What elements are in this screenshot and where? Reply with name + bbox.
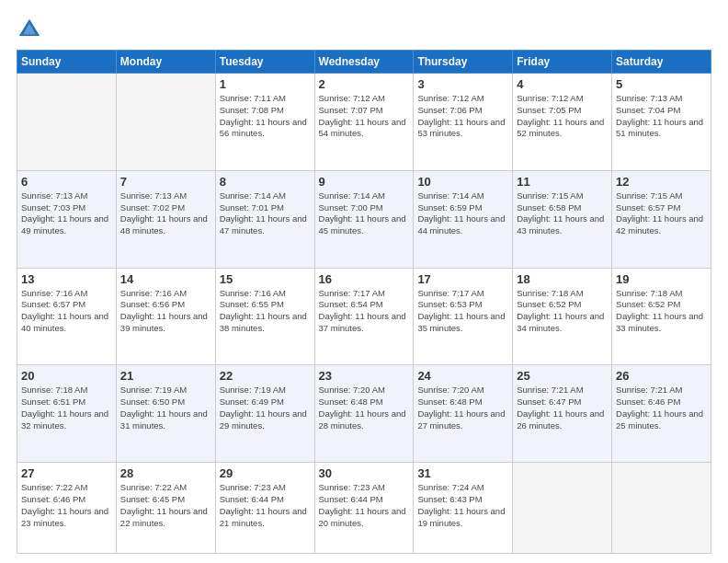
cell-info: Sunrise: 7:15 AMSunset: 6:57 PMDaylight:… <box>616 190 707 237</box>
day-number: 25 <box>517 369 608 383</box>
calendar-cell: 23Sunrise: 7:20 AMSunset: 6:48 PMDayligh… <box>314 365 414 463</box>
calendar-cell <box>513 463 612 554</box>
calendar-cell: 10Sunrise: 7:14 AMSunset: 6:59 PMDayligh… <box>414 170 513 268</box>
calendar-week-row: 27Sunrise: 7:22 AMSunset: 6:46 PMDayligh… <box>17 463 711 554</box>
cell-info: Sunrise: 7:21 AMSunset: 6:46 PMDaylight:… <box>616 385 707 431</box>
cell-info: Sunrise: 7:12 AMSunset: 7:05 PMDaylight:… <box>517 93 608 140</box>
calendar-cell: 6Sunrise: 7:13 AMSunset: 7:03 PMDaylight… <box>17 170 117 268</box>
calendar-day-header: Sunday <box>17 51 117 74</box>
cell-info: Sunrise: 7:20 AMSunset: 6:48 PMDaylight:… <box>417 385 508 431</box>
calendar-cell: 21Sunrise: 7:19 AMSunset: 6:50 PMDayligh… <box>116 365 215 463</box>
cell-info: Sunrise: 7:13 AMSunset: 7:03 PMDaylight:… <box>21 190 112 237</box>
cell-info: Sunrise: 7:22 AMSunset: 6:45 PMDaylight:… <box>120 482 211 529</box>
calendar-cell: 13Sunrise: 7:16 AMSunset: 6:57 PMDayligh… <box>17 268 117 365</box>
cell-info: Sunrise: 7:18 AMSunset: 6:51 PMDaylight:… <box>21 385 112 431</box>
calendar-week-row: 1Sunrise: 7:11 AMSunset: 7:08 PMDaylight… <box>17 74 711 171</box>
calendar-cell: 28Sunrise: 7:22 AMSunset: 6:45 PMDayligh… <box>116 463 215 554</box>
header <box>17 17 711 42</box>
calendar-cell: 1Sunrise: 7:11 AMSunset: 7:08 PMDaylight… <box>215 74 314 171</box>
calendar-cell: 17Sunrise: 7:17 AMSunset: 6:53 PMDayligh… <box>414 268 513 365</box>
cell-info: Sunrise: 7:13 AMSunset: 7:02 PMDaylight:… <box>120 190 211 237</box>
logo-icon <box>17 17 42 42</box>
calendar-cell: 16Sunrise: 7:17 AMSunset: 6:54 PMDayligh… <box>314 268 414 365</box>
day-number: 18 <box>517 272 608 286</box>
logo <box>17 17 46 42</box>
calendar-cell: 29Sunrise: 7:23 AMSunset: 6:44 PMDayligh… <box>215 463 314 554</box>
cell-info: Sunrise: 7:14 AMSunset: 6:59 PMDaylight:… <box>417 190 508 237</box>
day-number: 11 <box>517 175 608 189</box>
cell-info: Sunrise: 7:15 AMSunset: 6:58 PMDaylight:… <box>517 190 608 237</box>
day-number: 24 <box>417 369 508 383</box>
cell-info: Sunrise: 7:13 AMSunset: 7:04 PMDaylight:… <box>616 93 707 140</box>
calendar-week-row: 20Sunrise: 7:18 AMSunset: 6:51 PMDayligh… <box>17 365 711 463</box>
calendar-cell: 8Sunrise: 7:14 AMSunset: 7:01 PMDaylight… <box>215 170 314 268</box>
cell-info: Sunrise: 7:19 AMSunset: 6:50 PMDaylight:… <box>120 385 211 431</box>
cell-info: Sunrise: 7:16 AMSunset: 6:57 PMDaylight:… <box>21 288 112 335</box>
calendar-day-header: Wednesday <box>314 51 414 74</box>
calendar-cell: 7Sunrise: 7:13 AMSunset: 7:02 PMDaylight… <box>116 170 215 268</box>
calendar-cell: 30Sunrise: 7:23 AMSunset: 6:44 PMDayligh… <box>314 463 414 554</box>
calendar-day-header: Saturday <box>612 51 711 74</box>
cell-info: Sunrise: 7:18 AMSunset: 6:52 PMDaylight:… <box>616 288 707 335</box>
cell-info: Sunrise: 7:18 AMSunset: 6:52 PMDaylight:… <box>517 288 608 335</box>
calendar-cell: 25Sunrise: 7:21 AMSunset: 6:47 PMDayligh… <box>513 365 612 463</box>
day-number: 28 <box>120 466 211 480</box>
calendar-table: SundayMondayTuesdayWednesdayThursdayFrid… <box>17 50 711 554</box>
day-number: 21 <box>120 369 211 383</box>
day-number: 16 <box>319 272 410 286</box>
calendar-cell: 24Sunrise: 7:20 AMSunset: 6:48 PMDayligh… <box>414 365 513 463</box>
day-number: 17 <box>417 272 508 286</box>
cell-info: Sunrise: 7:11 AMSunset: 7:08 PMDaylight:… <box>220 93 311 140</box>
day-number: 10 <box>417 175 508 189</box>
page: SundayMondayTuesdayWednesdayThursdayFrid… <box>0 0 728 563</box>
calendar-cell: 26Sunrise: 7:21 AMSunset: 6:46 PMDayligh… <box>612 365 711 463</box>
calendar-cell: 4Sunrise: 7:12 AMSunset: 7:05 PMDaylight… <box>513 74 612 171</box>
day-number: 29 <box>220 466 311 480</box>
day-number: 27 <box>21 466 112 480</box>
day-number: 15 <box>220 272 311 286</box>
day-number: 4 <box>517 77 608 91</box>
cell-info: Sunrise: 7:21 AMSunset: 6:47 PMDaylight:… <box>517 385 608 431</box>
calendar-cell: 5Sunrise: 7:13 AMSunset: 7:04 PMDaylight… <box>612 74 711 171</box>
calendar-cell: 14Sunrise: 7:16 AMSunset: 6:56 PMDayligh… <box>116 268 215 365</box>
cell-info: Sunrise: 7:22 AMSunset: 6:46 PMDaylight:… <box>21 482 112 529</box>
calendar-cell: 15Sunrise: 7:16 AMSunset: 6:55 PMDayligh… <box>215 268 314 365</box>
cell-info: Sunrise: 7:20 AMSunset: 6:48 PMDaylight:… <box>319 385 410 431</box>
calendar-cell: 9Sunrise: 7:14 AMSunset: 7:00 PMDaylight… <box>314 170 414 268</box>
cell-info: Sunrise: 7:24 AMSunset: 6:43 PMDaylight:… <box>417 482 508 529</box>
calendar-cell <box>116 74 215 171</box>
cell-info: Sunrise: 7:17 AMSunset: 6:54 PMDaylight:… <box>319 288 410 335</box>
calendar-cell: 27Sunrise: 7:22 AMSunset: 6:46 PMDayligh… <box>17 463 117 554</box>
calendar-cell <box>17 74 117 171</box>
day-number: 3 <box>417 77 508 91</box>
calendar-cell: 2Sunrise: 7:12 AMSunset: 7:07 PMDaylight… <box>314 74 414 171</box>
day-number: 23 <box>319 369 410 383</box>
cell-info: Sunrise: 7:14 AMSunset: 7:01 PMDaylight:… <box>220 190 311 237</box>
day-number: 8 <box>220 175 311 189</box>
calendar-day-header: Monday <box>116 51 215 74</box>
cell-info: Sunrise: 7:19 AMSunset: 6:49 PMDaylight:… <box>220 385 311 431</box>
calendar-header-row: SundayMondayTuesdayWednesdayThursdayFrid… <box>17 51 711 74</box>
calendar-day-header: Friday <box>513 51 612 74</box>
day-number: 30 <box>319 466 410 480</box>
cell-info: Sunrise: 7:23 AMSunset: 6:44 PMDaylight:… <box>220 482 311 529</box>
day-number: 2 <box>319 77 410 91</box>
day-number: 20 <box>21 369 112 383</box>
day-number: 19 <box>616 272 707 286</box>
cell-info: Sunrise: 7:14 AMSunset: 7:00 PMDaylight:… <box>319 190 410 237</box>
cell-info: Sunrise: 7:16 AMSunset: 6:55 PMDaylight:… <box>220 288 311 335</box>
day-number: 14 <box>120 272 211 286</box>
cell-info: Sunrise: 7:12 AMSunset: 7:06 PMDaylight:… <box>417 93 508 140</box>
cell-info: Sunrise: 7:16 AMSunset: 6:56 PMDaylight:… <box>120 288 211 335</box>
calendar-cell: 12Sunrise: 7:15 AMSunset: 6:57 PMDayligh… <box>612 170 711 268</box>
day-number: 7 <box>120 175 211 189</box>
day-number: 5 <box>616 77 707 91</box>
cell-info: Sunrise: 7:12 AMSunset: 7:07 PMDaylight:… <box>319 93 410 140</box>
day-number: 12 <box>616 175 707 189</box>
day-number: 6 <box>21 175 112 189</box>
calendar-cell: 31Sunrise: 7:24 AMSunset: 6:43 PMDayligh… <box>414 463 513 554</box>
calendar-week-row: 6Sunrise: 7:13 AMSunset: 7:03 PMDaylight… <box>17 170 711 268</box>
calendar-cell: 22Sunrise: 7:19 AMSunset: 6:49 PMDayligh… <box>215 365 314 463</box>
day-number: 1 <box>220 77 311 91</box>
calendar-cell: 19Sunrise: 7:18 AMSunset: 6:52 PMDayligh… <box>612 268 711 365</box>
